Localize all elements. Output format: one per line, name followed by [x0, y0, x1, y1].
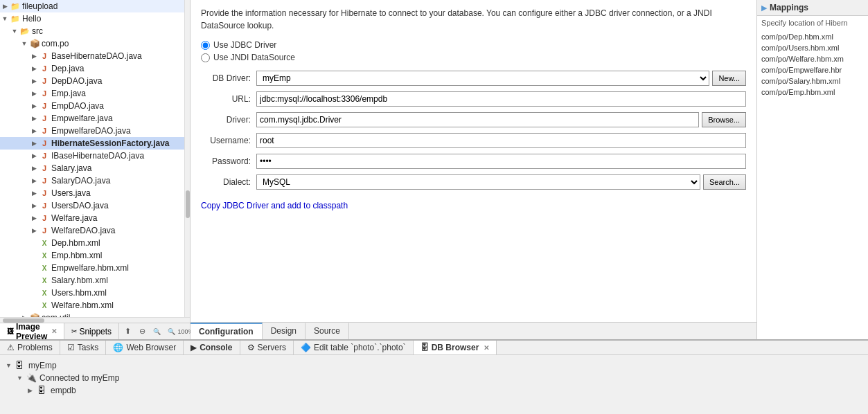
- toolbar-minimize-btn[interactable]: ⊖: [135, 325, 149, 339]
- tree-item-UsersDAO.java[interactable]: ▶JUsersDAO.java: [0, 199, 184, 212]
- tab-snippets[interactable]: ✂ Snippets: [64, 323, 119, 339]
- tree-node-label: Dep.hbm.xml: [51, 238, 100, 248]
- tree-item-Salary.java[interactable]: ▶JSalary.java: [0, 162, 184, 174]
- sidebar-horizontal-scrollbar[interactable]: [0, 317, 190, 323]
- bottom-tab-close-btn[interactable]: ✕: [484, 344, 489, 352]
- mapping-item[interactable]: com/po/Salary.hbm.xml: [757, 75, 868, 87]
- tree-item-SalaryDAO.java[interactable]: ▶JSalaryDAO.java: [0, 174, 184, 187]
- bottom-tab-tasks[interactable]: ☑Tasks: [60, 341, 107, 354]
- bottom-tab-web-browser[interactable]: 🌐Web Browser: [106, 341, 184, 354]
- tree-node-label: IBaseHibernateDAO.java: [51, 151, 144, 161]
- tree-item-IBaseHibernateDAO.java[interactable]: ▶JIBaseHibernateDAO.java: [0, 150, 184, 162]
- left-bottom-tabbar: 🖼 Image Preview ✕ ✂ Snippets ⬆ ⊖ 🔍 🔍 100…: [0, 323, 190, 339]
- tree-item-Empwelfare.java[interactable]: ▶JEmpwelfare.java: [0, 112, 184, 125]
- tree-node-label: com.po: [42, 39, 69, 48]
- tree-item-Dep.hbm.xml[interactable]: XDep.hbm.xml: [0, 237, 184, 249]
- tree-node-icon: X: [39, 300, 50, 311]
- tab-configuration[interactable]: Configuration: [191, 323, 263, 339]
- tree-arrow-icon: ▶: [29, 165, 39, 172]
- tree-item-src[interactable]: ▼📂src: [0, 25, 184, 37]
- snippets-icon: ✂: [71, 327, 77, 335]
- bottom-tab-label: Tasks: [78, 343, 99, 352]
- new-button[interactable]: New...: [712, 71, 746, 86]
- mapping-item[interactable]: com/po/Welfare.hbm.xm: [757, 53, 868, 64]
- username-input[interactable]: [256, 133, 746, 148]
- radio-jdbc[interactable]: [201, 41, 210, 50]
- driver-field-group: Browse...: [256, 112, 746, 127]
- image-preview-close[interactable]: ✕: [51, 327, 57, 335]
- tree-arrow-icon: ▶: [29, 127, 39, 134]
- tree-item-com.po[interactable]: ▼📦com.po: [0, 37, 184, 50]
- bottom-tab-console[interactable]: ▶Console: [184, 341, 240, 354]
- tab-design[interactable]: Design: [263, 323, 305, 339]
- bottom-tab-edit-table--photo---photo-[interactable]: 🔷Edit table `photo`.`photo`: [294, 341, 414, 354]
- tree-node-icon: J: [39, 163, 50, 174]
- mapping-item[interactable]: com/po/Users.hbm.xml: [757, 42, 868, 53]
- password-input[interactable]: [256, 154, 746, 169]
- tab-image-preview[interactable]: 🖼 Image Preview ✕: [0, 323, 64, 339]
- tree-node-icon: 📦: [29, 38, 40, 49]
- driver-input[interactable]: [256, 112, 699, 127]
- tree-item-Dep.java[interactable]: ▶JDep.java: [0, 62, 184, 75]
- tree-arrow-icon: ▶: [29, 65, 39, 72]
- tree-node-label: src: [32, 26, 43, 36]
- db-tree-item[interactable]: ▶🗄empdb: [6, 384, 862, 397]
- copy-jdbc-link[interactable]: Copy JDBC Driver and add to classpath: [201, 201, 348, 210]
- tree-node-icon: X: [39, 250, 50, 261]
- tree-item-Hello[interactable]: ▼📁Hello: [0, 12, 184, 25]
- search-button[interactable]: Search...: [703, 174, 746, 190]
- tree-item-Users.hbm.xml[interactable]: XUsers.hbm.xml: [0, 287, 184, 299]
- bottom-tab-icon: ⚠: [7, 343, 15, 352]
- tree-item-EmpDAO.java[interactable]: ▶JEmpDAO.java: [0, 100, 184, 112]
- tree-item-EmpwelfareDAO.java[interactable]: ▶JEmpwelfareDAO.java: [0, 125, 184, 137]
- tree-item-Emp.java[interactable]: ▶JEmp.java: [0, 87, 184, 100]
- tree-node-icon: 📁: [10, 1, 21, 12]
- toolbar-zoom-in-btn[interactable]: 🔍: [164, 325, 178, 339]
- bottom-tab-label: Console: [200, 343, 232, 352]
- url-row: URL:: [201, 91, 746, 107]
- dialect-select[interactable]: MySQL: [256, 174, 700, 190]
- bottom-tab-db-browser[interactable]: 🗄DB Browser✕: [414, 341, 497, 354]
- tree-node-icon: J: [39, 51, 50, 62]
- tab-source[interactable]: Source: [305, 323, 349, 339]
- db-tree-node-icon: 🔌: [26, 373, 37, 383]
- tree-item-Salary.hbm.xml[interactable]: XSalary.hbm.xml: [0, 274, 184, 287]
- tree-item-WelfareDAO.java[interactable]: ▶JWelfareDAO.java: [0, 224, 184, 237]
- tree-node-icon: 📁: [10, 13, 21, 24]
- toolbar-zoom-out-btn[interactable]: 🔍: [150, 325, 163, 339]
- tree-item-Empwelfare.hbm.xml[interactable]: XEmpwelfare.hbm.xml: [0, 262, 184, 274]
- tree-item-BaseHibernateDAO.java[interactable]: ▶JBaseHibernateDAO.java: [0, 50, 184, 62]
- tree-node-label: BaseHibernateDAO.java: [51, 51, 142, 61]
- tree-item-Welfare.java[interactable]: ▶JWelfare.java: [0, 212, 184, 224]
- tree-item-Users.java[interactable]: ▶JUsers.java: [0, 187, 184, 199]
- username-row: Username:: [201, 133, 746, 148]
- right-panel: ▶ Mappings Specify location of Hibern co…: [757, 0, 868, 339]
- mapping-item[interactable]: com/po/Emp.hbm.xml: [757, 87, 868, 98]
- tree-item-HibernateSessionFactory.java[interactable]: ▶JHibernateSessionFactory.java: [0, 137, 184, 150]
- tree-item-Emp.hbm.xml[interactable]: XEmp.hbm.xml: [0, 249, 184, 262]
- tree-node-icon: 📂: [19, 26, 30, 37]
- sidebar-vertical-scrollbar[interactable]: [184, 0, 190, 317]
- password-row: Password:: [201, 154, 746, 169]
- tree-item-fileupload[interactable]: ▶📁fileupload: [0, 0, 184, 12]
- url-input[interactable]: [256, 91, 746, 107]
- db-driver-select[interactable]: myEmp: [256, 71, 709, 86]
- tree-node-label: Welfare.java: [51, 213, 97, 223]
- tree-node-label: UsersDAO.java: [51, 201, 109, 210]
- browse-button[interactable]: Browse...: [702, 112, 746, 127]
- bottom-tab-servers[interactable]: ⚙Servers: [240, 341, 294, 354]
- radio-jndi[interactable]: [201, 53, 210, 62]
- bottom-tab-problems[interactable]: ⚠Problems: [0, 341, 60, 354]
- tree-item-com.util[interactable]: ▶📦com.util: [0, 312, 184, 317]
- mapping-item[interactable]: com/po/Dep.hbm.xml: [757, 31, 868, 42]
- tree-item-DepDAO.java[interactable]: ▶JDepDAO.java: [0, 75, 184, 87]
- radio-jndi-label: Use JNDI DataSource: [213, 53, 295, 62]
- tree-item-Welfare.hbm.xml[interactable]: XWelfare.hbm.xml: [0, 299, 184, 312]
- db-driver-row: DB Driver: myEmp New...: [201, 71, 746, 86]
- mapping-item[interactable]: com/po/Empwelfare.hbr: [757, 64, 868, 75]
- toolbar-up-btn[interactable]: ⬆: [121, 325, 134, 339]
- tree-node-icon: X: [39, 287, 50, 298]
- db-tree-item[interactable]: ▼🗄myEmp: [6, 359, 862, 372]
- tree-node-label: WelfareDAO.java: [51, 226, 115, 235]
- db-tree-item[interactable]: ▼🔌Connected to myEmp: [6, 372, 862, 384]
